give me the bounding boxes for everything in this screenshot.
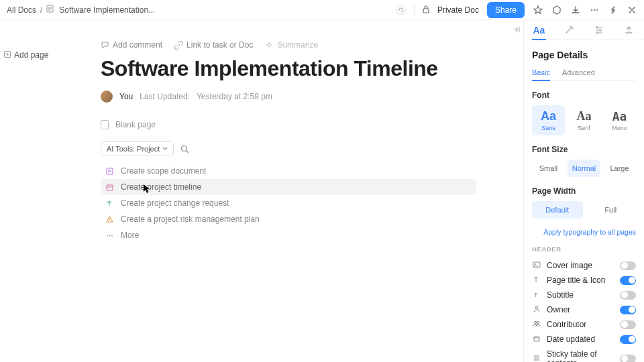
breadcrumb-root[interactable]: All Docs xyxy=(7,5,36,15)
title-icon: T xyxy=(532,276,541,285)
collapse-icon[interactable] xyxy=(608,5,619,15)
chevron-down-icon xyxy=(162,145,168,152)
ai-item-change[interactable]: Create project change request xyxy=(101,195,476,211)
sparkle-icon xyxy=(265,41,274,50)
tab-ai[interactable] xyxy=(554,20,584,40)
link-task-button[interactable]: Link to task or Doc xyxy=(174,40,253,50)
svg-point-23 xyxy=(596,27,598,29)
page-title[interactable]: Software Implementation Timeline xyxy=(101,56,476,81)
toggle-title[interactable] xyxy=(620,276,636,285)
avatar[interactable] xyxy=(101,90,113,103)
updated-prefix: Last Updated: xyxy=(140,92,190,101)
author-label: You xyxy=(119,92,133,101)
risk-icon xyxy=(105,215,114,224)
wand-icon xyxy=(564,25,574,35)
svg-point-21 xyxy=(109,235,110,236)
blank-page-row[interactable]: Blank page xyxy=(101,120,476,129)
size-normal[interactable]: Normal xyxy=(568,160,600,177)
svg-point-25 xyxy=(597,32,599,34)
breadcrumb-current[interactable]: Software Implementation... xyxy=(59,5,155,15)
subtab-advanced[interactable]: Advanced xyxy=(562,68,595,80)
sliders-icon xyxy=(594,25,604,35)
width-full[interactable]: Full xyxy=(586,201,637,219)
font-serif[interactable]: Aa Serif xyxy=(568,105,600,135)
toggle-subtitle[interactable] xyxy=(620,291,636,300)
svg-point-31 xyxy=(534,322,536,324)
ai-item-more[interactable]: More xyxy=(101,227,476,243)
blank-page-icon xyxy=(101,120,109,129)
more-icon[interactable] xyxy=(589,5,600,15)
updated-value: Yesterday at 2:58 pm xyxy=(197,92,272,101)
svg-line-10 xyxy=(186,151,189,154)
ai-tools-dropdown[interactable]: AI Tools: Project xyxy=(101,141,174,156)
header-section: HEADER xyxy=(532,245,636,253)
svg-text:T: T xyxy=(534,292,538,298)
summarize-label: Summarize xyxy=(277,40,318,50)
download-icon[interactable] xyxy=(570,5,581,15)
toggle-cover[interactable] xyxy=(620,261,636,270)
export-icon xyxy=(624,25,634,35)
svg-point-6 xyxy=(594,9,595,10)
owner-icon xyxy=(532,305,541,314)
tab-settings[interactable] xyxy=(584,20,614,40)
toggle-toc[interactable] xyxy=(620,355,636,362)
date-icon xyxy=(532,335,541,344)
svg-point-5 xyxy=(591,9,592,10)
toggle-contributor-label: Contributor xyxy=(547,320,614,329)
svg-text:T: T xyxy=(534,276,538,284)
add-comment-button[interactable]: Add comment xyxy=(101,40,162,50)
toggle-owner-label: Owner xyxy=(547,305,614,314)
ai-item-scope[interactable]: Create scope document xyxy=(101,163,476,179)
font-sample: Aa xyxy=(569,109,599,123)
search-icon[interactable] xyxy=(180,144,190,154)
svg-point-19 xyxy=(109,221,110,221)
divider xyxy=(414,5,415,15)
image-icon xyxy=(532,261,541,270)
font-name: Sans xyxy=(533,125,564,131)
toc-icon xyxy=(532,354,541,362)
font-sample: Aa xyxy=(533,109,564,123)
toggle-cover-label: Cover image xyxy=(547,261,614,270)
width-section-label: Page Width xyxy=(532,186,636,196)
toggle-date[interactable] xyxy=(620,335,636,344)
apply-all-link[interactable]: Apply typography to all pages xyxy=(532,228,636,236)
font-sans[interactable]: Aa Sans xyxy=(532,105,565,135)
tab-typography[interactable]: Aa xyxy=(524,20,554,40)
toggle-owner[interactable] xyxy=(620,306,636,314)
ai-item-label: Create a project risk management plan xyxy=(121,215,260,224)
size-small[interactable]: Small xyxy=(532,160,565,177)
toggle-contributor[interactable] xyxy=(620,320,636,329)
scope-icon xyxy=(105,166,114,176)
size-large[interactable]: Large xyxy=(603,160,636,177)
tab-export[interactable] xyxy=(614,20,644,40)
svg-point-30 xyxy=(535,306,538,309)
share-button[interactable]: Share xyxy=(487,2,525,18)
toggle-title-label: Page title & Icon xyxy=(547,276,614,285)
svg-point-7 xyxy=(596,9,598,10)
summarize-button[interactable]: Summarize xyxy=(265,40,318,50)
toggle-date-label: Date updated xyxy=(547,335,614,344)
ai-item-timeline[interactable]: Create project timeline xyxy=(101,179,476,195)
clear-icon[interactable] xyxy=(396,5,406,15)
link-task-label: Link to task or Doc xyxy=(186,40,253,50)
svg-point-22 xyxy=(111,235,113,236)
subtab-basic[interactable]: Basic xyxy=(532,68,550,80)
link-icon xyxy=(174,41,183,50)
hexagon-icon[interactable] xyxy=(551,5,562,15)
comment-icon xyxy=(101,41,109,50)
ai-item-label: Create scope document xyxy=(121,166,206,176)
lock-icon xyxy=(423,5,429,15)
panel-title: Page Details xyxy=(532,50,636,60)
ai-item-label: Create project change request xyxy=(121,198,229,208)
close-icon[interactable] xyxy=(627,5,637,15)
svg-rect-4 xyxy=(423,9,429,13)
width-default[interactable]: Default xyxy=(532,201,583,219)
star-icon[interactable] xyxy=(533,5,543,15)
font-section-label: Font xyxy=(532,90,636,100)
ai-item-risk[interactable]: Create a project risk management plan xyxy=(101,211,476,227)
svg-point-9 xyxy=(182,146,187,152)
svg-point-20 xyxy=(107,235,108,236)
private-doc-label[interactable]: Private Doc xyxy=(437,5,479,15)
font-mono[interactable]: Aa Mono xyxy=(603,105,636,135)
change-icon xyxy=(105,198,114,208)
